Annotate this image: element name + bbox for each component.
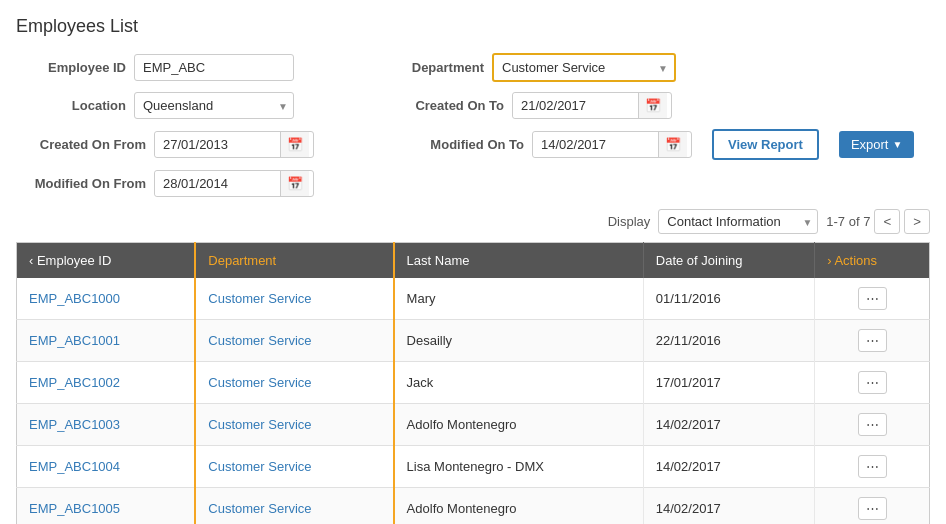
display-select[interactable]: Contact Information Personal Details Emp… bbox=[658, 209, 818, 234]
modified-on-from-input-wrap: 📅 bbox=[154, 170, 314, 197]
modified-on-from-label: Modified On From bbox=[16, 176, 146, 191]
cell-last-name: Jack bbox=[394, 362, 644, 404]
row-action-button[interactable]: ⋯ bbox=[858, 413, 887, 436]
cell-actions: ⋯ bbox=[815, 320, 930, 362]
th-employee-id: ‹ Employee ID bbox=[17, 243, 196, 279]
cell-last-name: Mary bbox=[394, 278, 644, 320]
modified-on-to-calendar-icon[interactable]: 📅 bbox=[658, 132, 687, 157]
cell-emp-id: EMP_ABC1005 bbox=[17, 488, 196, 525]
cell-dept: Customer Service bbox=[195, 320, 393, 362]
filter-form: Employee ID Department Customer Service … bbox=[16, 53, 930, 197]
location-select-wrapper: Queensland New South Wales Victoria West… bbox=[134, 92, 294, 119]
th-last-name: Last Name bbox=[394, 243, 644, 279]
table-row: EMP_ABC1001 Customer Service Desailly 22… bbox=[17, 320, 930, 362]
export-label: Export bbox=[851, 137, 889, 152]
created-on-from-calendar-icon[interactable]: 📅 bbox=[280, 132, 309, 157]
modified-on-to-input[interactable] bbox=[533, 132, 658, 157]
display-select-wrap: Contact Information Personal Details Emp… bbox=[658, 209, 818, 234]
created-on-from-label: Created On From bbox=[16, 137, 146, 152]
created-on-to-input-wrap: 📅 bbox=[512, 92, 672, 119]
display-label: Display bbox=[608, 214, 651, 229]
created-on-to-input[interactable] bbox=[513, 93, 638, 118]
cell-date-joining: 14/02/2017 bbox=[643, 404, 814, 446]
employee-id-label: Employee ID bbox=[16, 60, 126, 75]
cell-date-joining: 17/01/2017 bbox=[643, 362, 814, 404]
view-report-button[interactable]: View Report bbox=[712, 129, 819, 160]
cell-actions: ⋯ bbox=[815, 446, 930, 488]
employee-id-input[interactable] bbox=[134, 54, 294, 81]
cell-actions: ⋯ bbox=[815, 362, 930, 404]
cell-date-joining: 22/11/2016 bbox=[643, 320, 814, 362]
table-row: EMP_ABC1000 Customer Service Mary 01/11/… bbox=[17, 278, 930, 320]
form-row-3: Created On From 📅 Modified On To 📅 View … bbox=[16, 129, 930, 160]
row-action-button[interactable]: ⋯ bbox=[858, 287, 887, 310]
form-row-4: Modified On From 📅 bbox=[16, 170, 930, 197]
th-date-of-joining: Date of Joining bbox=[643, 243, 814, 279]
location-group: Location Queensland New South Wales Vict… bbox=[16, 92, 294, 119]
cell-dept: Customer Service bbox=[195, 404, 393, 446]
export-chevron-icon: ▼ bbox=[892, 139, 902, 150]
table-row: EMP_ABC1004 Customer Service Lisa Monten… bbox=[17, 446, 930, 488]
modified-on-to-label: Modified On To bbox=[394, 137, 524, 152]
created-on-from-input[interactable] bbox=[155, 132, 280, 157]
table-header-row: ‹ Employee ID Department Last Name Date … bbox=[17, 243, 930, 279]
cell-actions: ⋯ bbox=[815, 404, 930, 446]
cell-emp-id: EMP_ABC1001 bbox=[17, 320, 196, 362]
cell-dept: Customer Service bbox=[195, 488, 393, 525]
cell-emp-id: EMP_ABC1003 bbox=[17, 404, 196, 446]
page-title: Employees List bbox=[16, 16, 930, 37]
cell-last-name: Adolfo Montenegro bbox=[394, 404, 644, 446]
location-select[interactable]: Queensland New South Wales Victoria West… bbox=[134, 92, 294, 119]
employee-id-group: Employee ID bbox=[16, 54, 294, 81]
location-label: Location bbox=[16, 98, 126, 113]
th-department: Department bbox=[195, 243, 393, 279]
department-label: Department bbox=[374, 60, 484, 75]
cell-emp-id: EMP_ABC1002 bbox=[17, 362, 196, 404]
created-on-to-calendar-icon[interactable]: 📅 bbox=[638, 93, 667, 118]
row-action-button[interactable]: ⋯ bbox=[858, 371, 887, 394]
created-on-to-label: Created On To bbox=[374, 98, 504, 113]
cell-last-name: Lisa Montenegro - DMX bbox=[394, 446, 644, 488]
row-action-button[interactable]: ⋯ bbox=[858, 455, 887, 478]
cell-date-joining: 01/11/2016 bbox=[643, 278, 814, 320]
cell-actions: ⋯ bbox=[815, 488, 930, 525]
form-row-1: Employee ID Department Customer Service … bbox=[16, 53, 930, 82]
employees-table: ‹ Employee ID Department Last Name Date … bbox=[16, 242, 930, 524]
table-row: EMP_ABC1003 Customer Service Adolfo Mont… bbox=[17, 404, 930, 446]
cell-date-joining: 14/02/2017 bbox=[643, 488, 814, 525]
department-group: Department Customer Service Sales HR IT … bbox=[374, 53, 676, 82]
modified-on-to-input-wrap: 📅 bbox=[532, 131, 692, 158]
form-row-2: Location Queensland New South Wales Vict… bbox=[16, 92, 930, 119]
modified-on-from-calendar-icon[interactable]: 📅 bbox=[280, 171, 309, 196]
prev-page-button[interactable]: < bbox=[874, 209, 900, 234]
modified-on-from-group: Modified On From 📅 bbox=[16, 170, 314, 197]
department-select-wrapper: Customer Service Sales HR IT Finance ▼ bbox=[492, 53, 676, 82]
cell-emp-id: EMP_ABC1004 bbox=[17, 446, 196, 488]
row-action-button[interactable]: ⋯ bbox=[858, 329, 887, 352]
cell-actions: ⋯ bbox=[815, 278, 930, 320]
export-button[interactable]: Export ▼ bbox=[839, 131, 914, 158]
row-action-button[interactable]: ⋯ bbox=[858, 497, 887, 520]
table-row: EMP_ABC1002 Customer Service Jack 17/01/… bbox=[17, 362, 930, 404]
th-actions: › Actions bbox=[815, 243, 930, 279]
created-on-from-group: Created On From 📅 bbox=[16, 131, 314, 158]
cell-last-name: Adolfo Montenegro bbox=[394, 488, 644, 525]
table-row: EMP_ABC1005 Customer Service Adolfo Mont… bbox=[17, 488, 930, 525]
pagination: 1-7 of 7 < > bbox=[826, 209, 930, 234]
created-on-to-group: Created On To 📅 bbox=[374, 92, 672, 119]
department-select[interactable]: Customer Service Sales HR IT Finance bbox=[494, 55, 674, 80]
modified-on-to-group: Modified On To 📅 bbox=[394, 131, 692, 158]
table-toolbar: Display Contact Information Personal Det… bbox=[16, 209, 930, 234]
cell-dept: Customer Service bbox=[195, 362, 393, 404]
cell-emp-id: EMP_ABC1000 bbox=[17, 278, 196, 320]
modified-on-from-input[interactable] bbox=[155, 171, 280, 196]
next-page-button[interactable]: > bbox=[904, 209, 930, 234]
cell-date-joining: 14/02/2017 bbox=[643, 446, 814, 488]
cell-last-name: Desailly bbox=[394, 320, 644, 362]
cell-dept: Customer Service bbox=[195, 278, 393, 320]
pagination-text: 1-7 of 7 bbox=[826, 214, 870, 229]
cell-dept: Customer Service bbox=[195, 446, 393, 488]
created-on-from-input-wrap: 📅 bbox=[154, 131, 314, 158]
